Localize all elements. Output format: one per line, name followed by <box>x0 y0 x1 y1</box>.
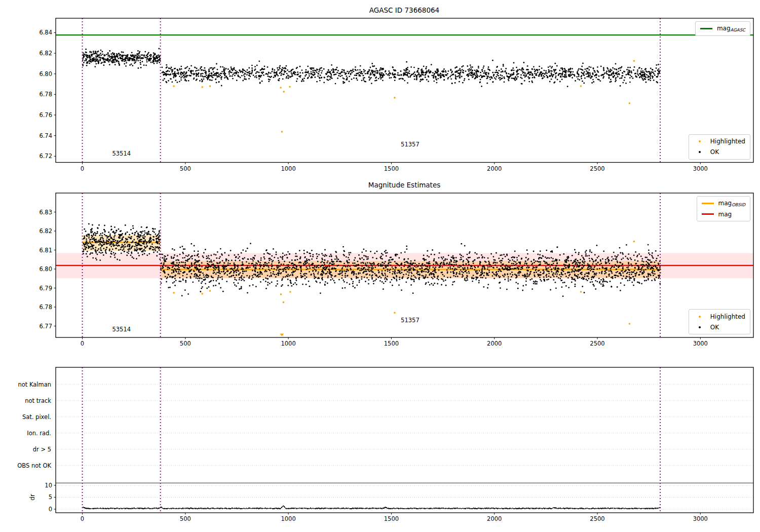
legend-entry-ok: OK <box>694 148 745 157</box>
flag-label-4: dr > 5 <box>33 446 51 453</box>
legend-line-sample <box>702 203 714 204</box>
scatter-ok-points <box>82 48 661 88</box>
legend-entry-mag: mag <box>702 210 746 218</box>
svg-text:6.82: 6.82 <box>39 227 52 235</box>
obsid-annotation-53514: 53514 <box>112 150 131 157</box>
svg-text:3000: 3000 <box>693 340 708 347</box>
svg-text:1500: 1500 <box>384 515 399 522</box>
legend-label: magOBSID <box>718 200 746 207</box>
obsid-boundary-vlines <box>83 367 660 513</box>
obsid-boundary-vlines <box>83 18 660 163</box>
legend-label: magAGASC <box>717 25 745 32</box>
svg-text:5: 5 <box>49 493 52 501</box>
legend-label: Highlighted <box>710 138 745 145</box>
subplot-2: not Kalmannot trackSat. pixel.Ion. rad.d… <box>17 367 753 522</box>
subplot-0: 53514513576.726.746.766.786.806.826.8405… <box>39 18 753 172</box>
svg-text:6.78: 6.78 <box>39 91 52 98</box>
svg-text:2500: 2500 <box>590 165 604 172</box>
svg-text:1500: 1500 <box>384 165 399 172</box>
legend-label: Highlighted <box>710 313 745 320</box>
svg-text:6.81: 6.81 <box>39 247 52 254</box>
subplot-1: 53514513576.776.786.796.806.816.826.8305… <box>39 193 753 347</box>
legend-line-sample <box>700 28 712 29</box>
plot1-title: AGASC ID 73668064 <box>369 6 439 14</box>
svg-text:6.74: 6.74 <box>39 132 52 139</box>
dr-series <box>83 506 661 509</box>
legend-entry-highlighted: Highlighted <box>694 137 745 146</box>
svg-text:6.76: 6.76 <box>39 111 52 119</box>
legend-label: mag <box>718 211 732 218</box>
plot2-title: Magnitude Estimates <box>368 181 440 189</box>
svg-text:2000: 2000 <box>487 165 502 172</box>
flag-labels: not Kalmannot trackSat. pixel.Ion. rad.d… <box>17 381 51 469</box>
svg-text:1000: 1000 <box>281 515 295 522</box>
legend-entry-mag-obsid: magOBSID <box>702 199 746 208</box>
legend-dot-sample <box>694 140 706 142</box>
svg-text:500: 500 <box>180 165 191 172</box>
legend-top-right-plot2: magOBSIDmag <box>697 196 751 221</box>
legend-top-right-plot1: magAGASC <box>695 21 750 36</box>
legend-dot-sample <box>694 151 706 153</box>
flag-label-0: not Kalman <box>18 381 51 388</box>
legend-label: OK <box>710 148 719 156</box>
x-axis-ticks: 050010001500200025003000 <box>81 163 708 172</box>
svg-text:3000: 3000 <box>693 515 708 522</box>
legend-entry-highlighted: Highlighted <box>694 312 745 321</box>
svg-text:2500: 2500 <box>590 340 604 347</box>
obsid-annotation-51357: 51357 <box>401 317 420 324</box>
svg-text:2000: 2000 <box>487 340 502 347</box>
legend-bottom-right-plot1: HighlightedOK <box>689 134 750 160</box>
svg-text:6.79: 6.79 <box>39 285 52 292</box>
svg-text:0: 0 <box>81 165 84 172</box>
figure-canvas: AGASC ID 73668064 Magnitude Estimates 53… <box>0 0 760 532</box>
svg-text:1000: 1000 <box>281 165 295 172</box>
legend-entry-mag-agasc: magAGASC <box>700 24 745 33</box>
y-axis-ticks: 6.726.746.766.786.806.826.84 <box>39 29 56 160</box>
flag-label-5: OBS not OK <box>17 462 51 469</box>
svg-text:2000: 2000 <box>487 515 502 522</box>
x-axis-ticks: 050010001500200025003000 <box>81 513 708 522</box>
legend-bottom-right-plot2: HighlightedOK <box>689 309 750 334</box>
svg-text:6.80: 6.80 <box>39 70 52 78</box>
legend-dot-sample <box>694 316 706 318</box>
svg-text:6.84: 6.84 <box>39 29 52 36</box>
obsid-annotation-53514: 53514 <box>112 326 131 333</box>
svg-text:6.77: 6.77 <box>39 323 52 330</box>
svg-text:6.82: 6.82 <box>39 50 52 57</box>
svg-text:2500: 2500 <box>590 515 604 522</box>
svg-text:6.72: 6.72 <box>39 153 52 160</box>
charts-svg: 53514513576.726.746.766.786.806.826.8405… <box>0 0 760 532</box>
x-axis-ticks: 050010001500200025003000 <box>81 337 708 347</box>
flag-label-3: Ion. rad. <box>27 430 51 437</box>
svg-text:0: 0 <box>49 506 52 513</box>
svg-text:10: 10 <box>45 482 52 489</box>
y-axis-ticks: 6.776.786.796.806.816.826.83 <box>39 209 56 330</box>
obsid-annotation-51357: 51357 <box>401 141 420 148</box>
svg-text:6.78: 6.78 <box>39 303 52 311</box>
svg-text:1000: 1000 <box>281 340 295 347</box>
legend-label: OK <box>710 324 719 331</box>
svg-text:1500: 1500 <box>384 340 399 347</box>
flag-label-2: Sat. pixel. <box>22 413 51 421</box>
svg-text:6.83: 6.83 <box>39 209 52 216</box>
legend-dot-sample <box>694 326 706 328</box>
svg-text:500: 500 <box>180 340 191 347</box>
legend-line-sample <box>702 213 714 214</box>
svg-text:6.80: 6.80 <box>39 265 52 273</box>
clipped-point-marker <box>280 334 284 336</box>
legend-entry-ok: OK <box>694 323 745 331</box>
svg-text:3000: 3000 <box>693 165 708 172</box>
dr-ticks: 1050 <box>45 482 56 513</box>
dr-axis-label: dr <box>29 494 36 501</box>
flag-label-1: not track <box>25 397 51 404</box>
svg-text:500: 500 <box>180 515 191 522</box>
svg-text:0: 0 <box>81 515 84 522</box>
svg-text:0: 0 <box>81 340 84 347</box>
